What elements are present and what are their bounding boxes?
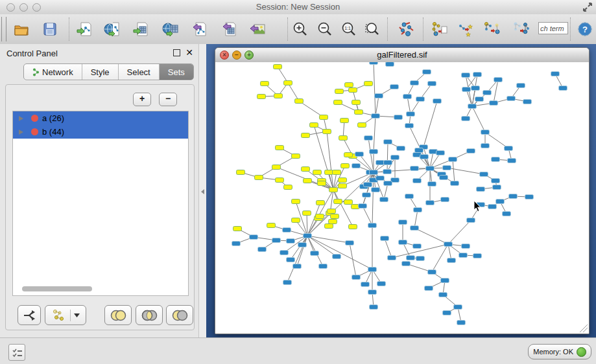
- tab-label: Network: [42, 67, 73, 77]
- search-input[interactable]: [538, 22, 568, 34]
- memory-label: Memory: OK: [533, 348, 573, 356]
- split-set-icon: [23, 310, 36, 321]
- import-network-icon[interactable]: [76, 21, 93, 38]
- import-network-web-icon[interactable]: [104, 21, 121, 38]
- window-titlebar: Session: New Session: [0, 0, 596, 15]
- sets-panel: + − a (26) b (44): [5, 84, 195, 330]
- network-view[interactable]: [215, 62, 589, 334]
- import-table-web-icon[interactable]: [162, 21, 179, 38]
- expand-triangle-icon[interactable]: [19, 130, 23, 135]
- sets-list: a (26) b (44): [12, 111, 189, 296]
- control-panel-tabs: Network Style Select Sets: [23, 63, 194, 80]
- network-tab-icon: [32, 68, 40, 76]
- network-desktop: × − + galFiltered.sif: [206, 44, 596, 337]
- create-set-from-network-button[interactable]: [45, 305, 86, 325]
- network-graph[interactable]: [215, 62, 589, 334]
- task-history-button[interactable]: [8, 344, 25, 361]
- network-window-title: galFiltered.sif: [215, 50, 589, 60]
- network-window[interactable]: × − + galFiltered.sif: [215, 47, 590, 334]
- create-set-network-icon: [51, 309, 67, 322]
- export-table-icon[interactable]: [221, 21, 237, 38]
- set-row-a[interactable]: a (26): [13, 111, 188, 125]
- set-color-icon: [31, 115, 38, 122]
- zoom-in-icon[interactable]: [292, 21, 309, 38]
- expand-triangle-icon[interactable]: [19, 116, 23, 121]
- add-set-button[interactable]: +: [133, 93, 151, 106]
- svg-text:?: ?: [582, 25, 588, 34]
- control-panel-title: Control Panel: [6, 49, 58, 58]
- tab-label: Sets: [168, 67, 185, 77]
- apply-layout-icon[interactable]: [398, 21, 415, 38]
- tab-network[interactable]: Network: [24, 64, 82, 80]
- control-panel: Control Panel ✕ Network Style Select Set…: [0, 44, 198, 337]
- remove-set-button[interactable]: −: [159, 93, 177, 106]
- save-icon[interactable]: [42, 21, 58, 38]
- difference-icon: [171, 310, 188, 321]
- split-set-button[interactable]: [18, 305, 41, 325]
- memory-status-button[interactable]: Memory: OK: [528, 344, 591, 359]
- tab-label: Select: [127, 67, 150, 77]
- intersection-icon: [141, 310, 158, 321]
- application-window: Session: New Session: [0, 0, 596, 364]
- toolbar-separator: [287, 17, 288, 41]
- set-operations-row: [6, 305, 194, 324]
- intersect-networks-icon[interactable]: [512, 21, 529, 38]
- toolbar-separator: [570, 17, 571, 41]
- tab-select[interactable]: Select: [119, 64, 160, 80]
- toolbar-separator: [423, 17, 423, 41]
- toolbar-separator: [69, 17, 69, 41]
- copycat-layout-icon[interactable]: [431, 21, 447, 38]
- tab-sets[interactable]: Sets: [160, 64, 193, 80]
- toolbar: 1:1 ?: [0, 14, 596, 45]
- float-panel-icon[interactable]: [173, 49, 180, 56]
- diff-networks-icon[interactable]: [457, 21, 474, 38]
- close-panel-icon[interactable]: ✕: [185, 47, 193, 58]
- set-label: a (26): [42, 113, 64, 123]
- union-button[interactable]: [104, 305, 132, 325]
- memory-ok-icon: [577, 347, 586, 357]
- help-icon[interactable]: ?: [577, 21, 594, 38]
- tab-style[interactable]: Style: [82, 64, 119, 80]
- toolbar-grip[interactable]: [1, 17, 6, 41]
- zoom-out-icon[interactable]: [316, 21, 333, 38]
- export-network-icon[interactable]: [191, 21, 208, 38]
- open-folder-icon[interactable]: [13, 21, 30, 38]
- dropdown-arrow-icon: [74, 313, 80, 317]
- intersection-button[interactable]: [136, 305, 163, 325]
- merge-networks-icon[interactable]: [483, 21, 500, 38]
- difference-button[interactable]: [166, 305, 193, 325]
- collapse-arrow-icon[interactable]: [201, 189, 204, 194]
- set-label: b (44): [42, 127, 64, 137]
- svg-text:1:1: 1:1: [344, 26, 351, 30]
- export-image-icon[interactable]: [249, 21, 266, 38]
- control-panel-header: Control Panel ✕: [0, 44, 198, 62]
- fullscreen-icon[interactable]: [582, 3, 592, 14]
- set-color-icon: [31, 128, 38, 135]
- set-row-b[interactable]: b (44): [13, 125, 188, 139]
- status-bar: Memory: OK: [0, 337, 596, 364]
- import-table-icon[interactable]: [132, 21, 149, 38]
- zoom-selected-icon[interactable]: [364, 21, 381, 38]
- window-title: Session: New Session: [0, 2, 596, 12]
- union-icon: [110, 310, 126, 321]
- horizontal-scrollbar[interactable]: [22, 286, 92, 291]
- toolbar-separator: [387, 17, 388, 41]
- tab-label: Style: [91, 67, 110, 77]
- zoom-actual-icon[interactable]: 1:1: [340, 21, 357, 38]
- network-window-titlebar[interactable]: × − + galFiltered.sif: [215, 48, 589, 63]
